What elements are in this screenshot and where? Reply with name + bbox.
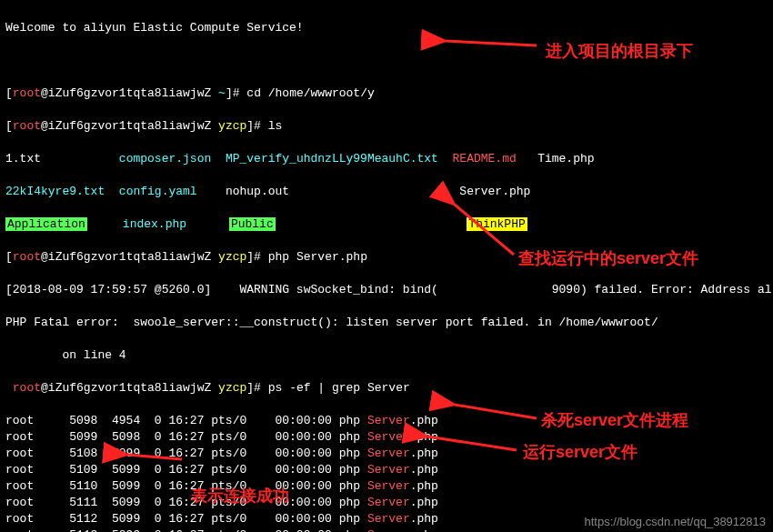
- annotation-connect-success: 表示连接成功: [191, 485, 289, 507]
- watermark: https://blog.csdn.net/qq_38912813: [585, 515, 767, 528]
- prompt-line: [root@iZuf6gzvor1tqta8liawjwZ ~]# cd /ho…: [5, 85, 768, 102]
- ps-row: root 5109 5099 0 16:27 pts/0 00:00:00 ph…: [5, 462, 768, 478]
- warn-line: on line 4: [5, 347, 768, 364]
- ps-row: root 5099 5098 0 16:27 pts/0 00:00:00 ph…: [5, 429, 768, 446]
- annotation-enter-root: 进入项目的根目录下: [546, 40, 693, 62]
- ps-row: root 5111 5099 0 16:27 pts/0 00:00:00 ph…: [5, 495, 768, 511]
- ps-row: root 5110 5099 0 16:27 pts/0 00:00:00 ph…: [5, 478, 768, 495]
- prompt-line: [root@iZuf6gzvor1tqta8liawjwZ yzcp]# ls: [5, 118, 768, 135]
- annotation-run-server: 运行server文件: [523, 441, 637, 463]
- annotation-kill-server: 杀死server文件进程: [541, 409, 688, 431]
- prompt-line: root@iZuf6gzvor1tqta8liawjwZ yzcp]# ps -…: [5, 380, 768, 396]
- warn-line: [2018-08-09 17:59:57 @5260.0] WARNING sw…: [5, 282, 768, 298]
- ls-row: 1.txt composer.json MP_verify_uhdnzLLy99…: [5, 151, 768, 167]
- warn-line: PHP Fatal error: swoole_server::__constr…: [5, 315, 768, 331]
- ls-row: 22kI4kyre9.txt config.yaml nohup.out Ser…: [5, 184, 768, 200]
- ps-row: root 5108 5099 0 16:27 pts/0 00:00:00 ph…: [5, 446, 768, 462]
- ls-row: Application index.php Public ThinkPHP: [5, 216, 768, 233]
- welcome-line: Welcome to aliyun Elastic Compute Servic…: [5, 20, 768, 36]
- annotation-find-server: 查找运行中的server文件: [518, 247, 698, 269]
